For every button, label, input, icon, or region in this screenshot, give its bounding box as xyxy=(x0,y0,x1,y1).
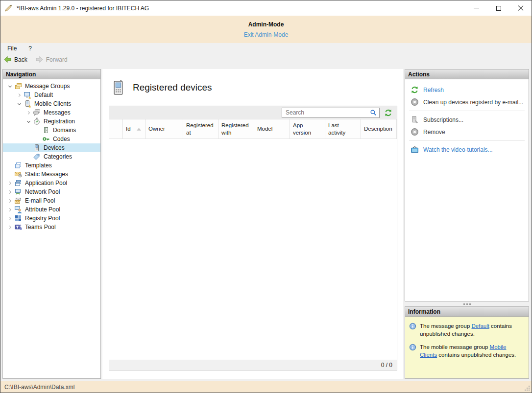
information-link-default[interactable]: Default xyxy=(471,323,489,329)
expander-placeholder xyxy=(24,153,33,161)
column-label: Last activity xyxy=(328,122,358,136)
tree-item-codes[interactable]: Codes xyxy=(3,135,100,143)
minimize-button[interactable] xyxy=(465,0,487,16)
expander-collapsed-icon[interactable] xyxy=(6,223,14,231)
action-refresh[interactable]: Refresh xyxy=(405,84,529,96)
expander-expanded-icon[interactable] xyxy=(24,117,33,125)
expander-collapsed-icon[interactable] xyxy=(6,179,14,187)
table-header-row: IdOwnerRegistered atRegistered withModel… xyxy=(109,119,397,139)
tree-item-templates[interactable]: Templates xyxy=(3,161,100,170)
tree-item-label: Application Pool xyxy=(25,180,67,186)
tree-item-registration[interactable]: Registration xyxy=(3,117,100,126)
action-remove: Remove xyxy=(405,126,529,138)
admin-mode-title: Admin-Mode xyxy=(0,21,532,28)
action-watch-the-video-tutorials[interactable]: Watch the video-tutorials... xyxy=(405,143,529,156)
table-footer-count: 0 / 0 xyxy=(109,360,397,370)
close-button[interactable] xyxy=(509,0,532,16)
tree-item-mobile-clients[interactable]: Mobile Clients xyxy=(3,99,100,108)
table-body-empty xyxy=(109,139,397,360)
maximize-button[interactable] xyxy=(487,0,509,16)
action-label: Subscriptions... xyxy=(423,116,463,123)
expander-collapsed-icon[interactable] xyxy=(15,91,24,99)
back-button[interactable]: Back xyxy=(3,55,27,64)
column-header-model[interactable]: Model xyxy=(254,119,290,139)
tree-item-message-groups[interactable]: Message Groups xyxy=(3,82,100,91)
info-icon xyxy=(409,344,416,351)
expander-placeholder xyxy=(34,126,42,134)
static-messages-icon xyxy=(14,170,22,178)
expander-placeholder xyxy=(6,170,14,178)
default-group-icon xyxy=(24,91,31,99)
tree-item-e-mail-pool[interactable]: E-mail Pool xyxy=(3,196,100,205)
devices-icon xyxy=(33,144,41,152)
navigation-panel-header: Navigation xyxy=(3,69,100,79)
mobile-device-icon xyxy=(112,80,124,95)
search-icon[interactable] xyxy=(370,109,377,116)
tree-item-label: Teams Pool xyxy=(25,224,56,231)
column-header-registered-at[interactable]: Registered at xyxy=(183,119,218,139)
refresh-icon[interactable] xyxy=(384,109,392,117)
page-title: Registered devices xyxy=(133,82,212,93)
tree-item-teams-pool[interactable]: Teams Pool xyxy=(3,223,100,231)
network-pool-icon xyxy=(14,188,22,196)
forward-button[interactable]: Forward xyxy=(35,55,68,64)
actions-separator xyxy=(409,140,525,141)
tree-item-static-messages[interactable]: Static Messages xyxy=(3,170,100,179)
column-header-owner[interactable]: Owner xyxy=(145,119,183,139)
tree-item-network-pool[interactable]: Network Pool xyxy=(3,187,100,196)
tree-item-attribute-pool[interactable]: Attribute Pool xyxy=(3,205,100,214)
column-header-app-version[interactable]: App version xyxy=(290,119,325,139)
panel-splitter[interactable] xyxy=(405,301,529,306)
message-groups-icon xyxy=(14,82,22,90)
information-text: The message group Default contains unpub… xyxy=(420,322,525,338)
exit-admin-mode-link[interactable]: Exit Admin-Mode xyxy=(0,31,532,38)
content-panel: Registered devices IdOwnerRegistered atR… xyxy=(102,69,403,379)
actions-panel-header: Actions xyxy=(405,69,529,79)
table-toolbar xyxy=(109,106,397,119)
devices-table: IdOwnerRegistered atRegistered withModel… xyxy=(109,106,397,370)
tree-item-default[interactable]: Default xyxy=(3,91,100,99)
resize-grip-icon[interactable] xyxy=(524,385,531,392)
tree-item-label: Registry Pool xyxy=(25,215,60,222)
column-header-description[interactable]: Description xyxy=(361,119,397,139)
tree-item-label: Messages xyxy=(44,109,71,116)
tree-item-domains[interactable]: Domains xyxy=(3,126,100,135)
expander-expanded-icon[interactable] xyxy=(15,100,24,108)
sort-ascending-icon xyxy=(137,128,141,131)
tree-item-label: Templates xyxy=(25,162,52,169)
window-title: *IBI-aws Admin 1.29.0 - registered for I… xyxy=(17,5,465,12)
expander-collapsed-icon[interactable] xyxy=(6,206,14,213)
information-link-mobile-clients[interactable]: Mobile Clients xyxy=(420,344,506,358)
title-bar: *IBI-aws Admin 1.29.0 - registered for I… xyxy=(0,0,532,16)
tree-item-categories[interactable]: Categories xyxy=(3,152,100,161)
tree-item-label: Message Groups xyxy=(25,83,70,90)
column-header-id[interactable]: Id xyxy=(123,119,145,139)
expander-collapsed-icon[interactable] xyxy=(24,109,33,116)
menu-file[interactable]: File xyxy=(7,45,17,52)
expander-collapsed-icon[interactable] xyxy=(6,188,14,196)
actions-panel: Actions RefreshClean up devices register… xyxy=(405,69,529,301)
maximize-icon xyxy=(496,6,501,11)
action-label: Remove xyxy=(423,129,445,136)
search-input[interactable] xyxy=(282,109,370,116)
tree-item-label: Domains xyxy=(53,127,76,134)
expander-expanded-icon[interactable] xyxy=(6,82,14,90)
column-header-last-activity[interactable]: Last activity xyxy=(325,119,361,139)
tree-item-devices[interactable]: Devices xyxy=(3,143,100,152)
menu-bar: File ? xyxy=(0,43,532,53)
tree-item-application-pool[interactable]: Application Pool xyxy=(3,179,100,187)
tree-item-messages[interactable]: Messages xyxy=(3,108,100,117)
registration-icon xyxy=(33,117,41,125)
expander-collapsed-icon[interactable] xyxy=(6,214,14,222)
column-header-registered-with[interactable]: Registered with xyxy=(218,119,254,139)
information-item: The message group Default contains unpub… xyxy=(409,322,525,338)
expander-placeholder xyxy=(24,144,33,152)
expander-collapsed-icon[interactable] xyxy=(6,197,14,205)
column-header-selector[interactable] xyxy=(109,119,123,139)
back-label: Back xyxy=(14,56,27,63)
tree-item-registry-pool[interactable]: Registry Pool xyxy=(3,214,100,223)
navigation-tree: Message GroupsDefaultMobile ClientsMessa… xyxy=(3,79,100,378)
codes-icon xyxy=(42,135,50,143)
menu-help[interactable]: ? xyxy=(28,45,32,52)
information-item: The mobile message group Mobile Clients … xyxy=(409,343,525,359)
